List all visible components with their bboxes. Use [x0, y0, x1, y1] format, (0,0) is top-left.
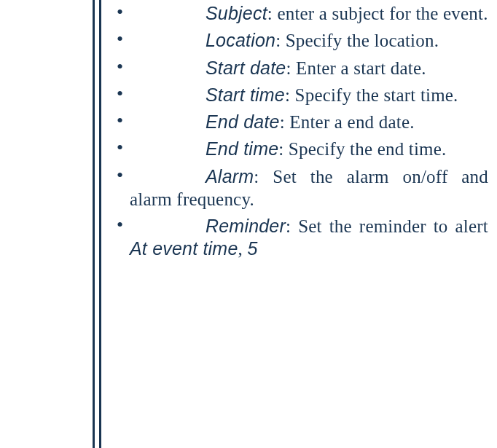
- content-column: •Subject: enter a subject for the event.…: [117, 0, 497, 448]
- inline-option: At event time: [130, 238, 238, 259]
- left-margin: [0, 0, 93, 448]
- term-label: Reminder: [206, 216, 286, 236]
- term-label: End date: [206, 111, 280, 132]
- term-description: : Specify the start time.: [285, 85, 458, 105]
- term-description: : Enter a start date.: [286, 58, 426, 78]
- vertical-double-rule: [93, 0, 117, 448]
- bullet-item: •Start time: Specify the start time.: [117, 84, 488, 106]
- term-label: Alarm: [206, 166, 254, 186]
- punctuation: ,: [238, 239, 248, 259]
- bullet-item: •End date: Enter a end date.: [117, 111, 488, 133]
- bullet-icon: •: [117, 138, 123, 159]
- bullet-icon: •: [117, 111, 123, 132]
- inline-option: 5: [247, 238, 257, 259]
- term-label: End time: [206, 138, 278, 159]
- bullet-icon: •: [117, 84, 123, 105]
- bullet-item: •End time: Specify the end time.: [117, 138, 488, 160]
- term-label: Start date: [206, 58, 286, 78]
- document-page: •Subject: enter a subject for the event.…: [0, 0, 497, 448]
- bullet-item: •Start date: Enter a start date.: [117, 57, 488, 79]
- rule-gap: [101, 0, 116, 448]
- term-label: Location: [206, 30, 275, 50]
- bullet-icon: •: [117, 215, 123, 236]
- bullet-icon: •: [117, 2, 123, 23]
- term-label: Start time: [206, 85, 285, 105]
- bullet-item: •Subject: enter a subject for the event.: [117, 2, 488, 25]
- term-description: : Enter a end date.: [280, 112, 415, 132]
- bullet-item-reminder: • Reminder: Set the reminder to alert At…: [117, 215, 488, 261]
- bullet-item: •Location: Specify the location.: [117, 29, 488, 52]
- term-description: : Specify the end time.: [278, 139, 446, 159]
- term-label: Subject: [206, 3, 267, 23]
- bullet-icon: •: [117, 165, 123, 186]
- term-description: : Specify the location.: [275, 31, 439, 50]
- term-description: : Set the reminder to alert: [286, 216, 488, 236]
- bullet-item: •Alarm: Set the alarm on/off and alarm f…: [117, 165, 488, 211]
- term-description: : Set the alarm on/off and alarm frequen…: [130, 167, 488, 209]
- bullet-icon: •: [117, 29, 123, 50]
- bullet-icon: •: [117, 57, 123, 78]
- term-description: : enter a subject for the event.: [267, 4, 488, 23]
